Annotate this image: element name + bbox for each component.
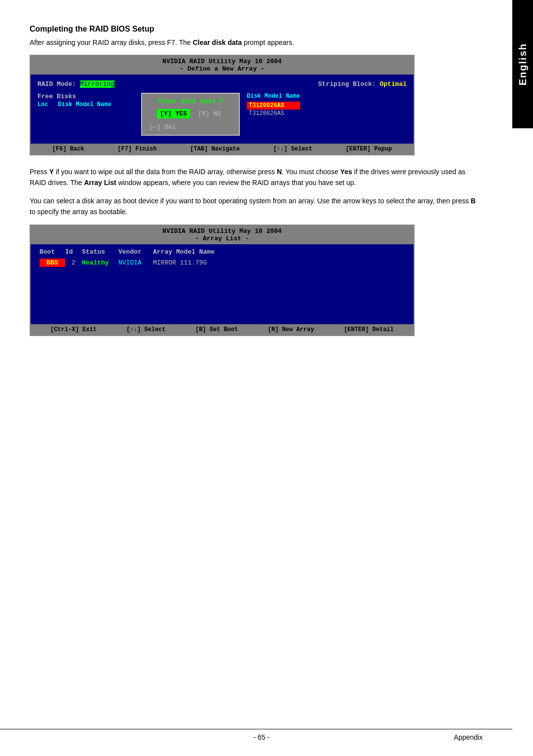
bios2-newarray: [N] New Array	[268, 326, 314, 333]
page-footer: - 65 - Appendix	[0, 729, 512, 741]
bios1-finish: [F7] Finish	[117, 146, 156, 152]
bios1-right-col: Disk Model Name T3120026AS T3120026AS	[247, 93, 300, 136]
bios2-title-line2: - Array List -	[195, 235, 249, 242]
para2-end: to specify the array as bootable.	[30, 208, 127, 216]
bios2-ch-model: Array Model Name	[153, 248, 215, 256]
bios2-ch-vendor: Vendor	[118, 248, 153, 256]
para2-before-b: You can select a disk array as boot devi…	[30, 197, 471, 205]
bios1-body: RAID Mode: Mirroring Striping Block: Opt…	[31, 75, 414, 140]
popup-title: Clear disk data ?	[149, 98, 232, 105]
para1-y: Y	[49, 168, 54, 176]
bios2-row-1: BBS 2 Healthy NVIDIA MIRROR 111.79G	[38, 259, 407, 267]
para1-middle: if you want to wipe out all the data fro…	[54, 168, 277, 176]
bios2-exit: [Ctrl-X] Exit	[50, 326, 97, 333]
bios1-striping-value: Optimal	[380, 80, 407, 88]
bios2-title-bar: NVIDIA RAID Utility May 10 2004 - Array …	[31, 226, 414, 244]
para1-n: N	[277, 168, 282, 176]
bios2-ch-boot: Boot	[39, 248, 65, 256]
bios1-navigate: [TAB] Navigate	[190, 146, 240, 152]
bios2-row1-status: Healthy	[82, 259, 118, 266]
bios2-ch-id: Id	[65, 248, 82, 256]
bios1-striping: Striping Block: Optimal	[318, 80, 407, 88]
bios1-title-bar: NVIDIA RAID Utility May 10 2004 - Define…	[31, 56, 414, 75]
bios1-disk2: T3120026AS	[247, 110, 300, 117]
bios2-row1-id: 2	[65, 259, 82, 266]
bios1-popup-area: Free Disks Loc Disk Model Name Clear dis…	[38, 93, 407, 136]
bios1-popup: [ENTER] Popup	[346, 146, 392, 152]
bios2-col-headers: Boot Id Status Vendor Array Model Name	[38, 248, 407, 256]
intro-bold: Clear disk data	[192, 38, 242, 46]
bios1-left-col: Free Disks Loc Disk Model Name	[38, 93, 136, 136]
intro-text-before: After assigning your RAID array disks, p…	[30, 38, 192, 46]
bios-screenshot-2: NVIDIA RAID Utility May 10 2004 - Array …	[30, 225, 415, 336]
popup-del: [←] Del	[149, 123, 232, 131]
bios1-status-bar: [F6] Back [F7] Finish [TAB] Navigate [↑↓…	[31, 144, 414, 154]
intro-text-after: prompt appears.	[242, 38, 294, 46]
popup-yes-btn[interactable]: [Y] YES	[157, 109, 190, 118]
bios1-mode-row: RAID Mode: Mirroring Striping Block: Opt…	[38, 80, 407, 88]
popup-no-btn[interactable]: [N] NO	[195, 109, 224, 118]
bios2-ch-status: Status	[82, 248, 118, 256]
bios1-col-disk-model: Disk Model Name	[58, 101, 112, 108]
bios1-mode-value: Mirroring	[80, 80, 114, 88]
english-tab: English	[512, 0, 533, 128]
bios2-spacer	[38, 269, 407, 318]
bios2-setboot: [B] Set Boot	[195, 326, 238, 333]
bios1-mode: RAID Mode: Mirroring	[38, 80, 114, 88]
body-paragraph-2: You can select a disk array as boot devi…	[30, 195, 483, 218]
footer-appendix: Appendix	[454, 733, 483, 741]
intro-text: After assigning your RAID array disks, p…	[30, 38, 483, 48]
bios1-striping-label: Striping Block:	[318, 80, 376, 88]
bios-screenshot-1: NVIDIA RAID Utility May 10 2004 - Define…	[30, 55, 415, 155]
bios1-popup: Clear disk data ? [Y] YES [N] NO [←] Del	[141, 93, 240, 136]
footer-page-number: - 65 -	[253, 733, 269, 741]
para1-yes: Yes	[340, 168, 352, 176]
para1-end3: window appears, where you can review the…	[116, 179, 356, 187]
bios2-body: Boot Id Status Vendor Array Model Name B…	[31, 244, 414, 322]
para1-arraylist: Array List	[84, 179, 116, 187]
bios2-row1-vendor: NVIDIA	[118, 259, 153, 266]
bios1-mode-label: RAID Mode:	[38, 80, 76, 88]
english-label: English	[517, 43, 529, 85]
bios1-select: [↑↓] Select	[273, 146, 312, 152]
bios1-title-line1: NVIDIA RAID Utility May 10 2004	[162, 58, 282, 65]
bios1-title-line2: - Define a New Array -	[180, 65, 265, 73]
bios2-select: [↑↓] Select	[126, 326, 165, 333]
bios1-col-headers: Loc Disk Model Name	[38, 101, 136, 108]
bios2-status-bar: [Ctrl-X] Exit [↑↓] Select [B] Set Boot […	[31, 324, 414, 335]
bios2-title-line1: NVIDIA RAID Utility May 10 2004	[162, 227, 282, 235]
bios1-back: [F6] Back	[52, 146, 84, 152]
body-paragraph-1: Press Y if you want to wipe out all the …	[30, 166, 483, 189]
para2-b: B	[471, 197, 476, 205]
bios2-row1-boot: BBS	[39, 259, 65, 267]
bios1-free-disks-label: Free Disks	[38, 93, 136, 100]
bios1-col-loc: Loc	[38, 101, 48, 108]
bios1-right-col-header: Disk Model Name	[247, 93, 300, 100]
bios2-detail: [ENTER] Detail	[344, 326, 394, 333]
popup-buttons: [Y] YES [N] NO	[149, 109, 232, 118]
bios2-row1-model: MIRROR 111.79G	[153, 259, 207, 266]
bios1-disk1: T3120026AS	[247, 102, 300, 110]
para1-end1: . You must choose	[282, 168, 340, 176]
section-title: Completing the RAID BIOS Setup	[30, 25, 483, 34]
para1-before-y: Press	[30, 168, 49, 176]
